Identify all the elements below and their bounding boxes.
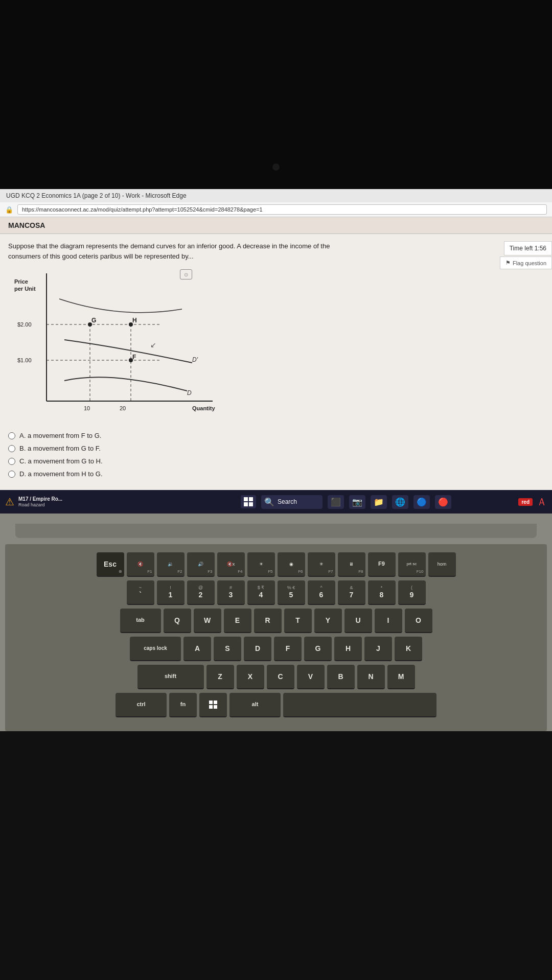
key-g[interactable]: G [304, 637, 332, 661]
key-f[interactable]: F [274, 637, 302, 661]
key-6[interactable]: ^6 [308, 580, 335, 605]
key-4[interactable]: $ ₹4 [247, 580, 275, 605]
key-home[interactable]: hom [428, 552, 456, 577]
key-e[interactable]: E [224, 609, 251, 633]
taskbar-icon-6[interactable]: 🔴 [435, 495, 451, 509]
svg-text:per Unit: per Unit [14, 286, 36, 292]
page-content: MANCOSA Time left 1:56 ⚑ Flag question S… [0, 217, 552, 490]
key-v[interactable]: V [297, 665, 325, 689]
key-q[interactable]: Q [164, 609, 191, 633]
option-a[interactable]: A. a movement from F to G. [8, 432, 544, 439]
key-tilde[interactable]: ~` [127, 580, 154, 605]
key-esc[interactable]: Esc⊗ [97, 552, 124, 577]
svg-rect-22 [244, 497, 248, 501]
radio-d[interactable] [8, 471, 15, 478]
key-c[interactable]: C [267, 665, 294, 689]
function-key-row: Esc⊗ 🔇F1 🔉F2 🔊F3 🔇xF4 ☀F5 ◉F6 ✳F7 🖥F8 F9… [9, 552, 543, 577]
windows-key-icon [209, 701, 217, 709]
svg-rect-25 [249, 502, 253, 506]
key-j[interactable]: J [364, 637, 392, 661]
key-u[interactable]: U [344, 609, 372, 633]
radio-a[interactable] [8, 432, 15, 439]
svg-rect-26 [209, 701, 213, 704]
key-windows[interactable] [199, 693, 227, 717]
key-f4[interactable]: 🔇xF4 [217, 552, 245, 577]
key-capslock[interactable]: caps lock [130, 637, 181, 661]
taskbar-icon-5[interactable]: 🔵 [413, 495, 430, 509]
taskbar-red-badge: red [518, 498, 533, 506]
flag-question-button[interactable]: ⚑ Flag question [500, 256, 552, 269]
question-text: Suppose that the diagram represents the … [8, 241, 356, 261]
taskbar-icon-4[interactable]: 🌐 [392, 495, 408, 509]
mancosa-header: MANCOSA [0, 217, 552, 234]
key-1[interactable]: !1 [157, 580, 185, 605]
key-f3[interactable]: 🔊F3 [187, 552, 215, 577]
svg-text:$1.00: $1.00 [17, 357, 32, 363]
key-f10[interactable]: prt scF10 [398, 552, 426, 577]
search-label: Search [278, 498, 297, 505]
key-2[interactable]: @2 [187, 580, 215, 605]
key-r[interactable]: R [254, 609, 282, 633]
search-button[interactable]: 🔍 Search [261, 495, 323, 509]
option-d-label: D. a movement from H to G. [19, 470, 103, 478]
taskbar-app-info: M17 / Empire Ro... Road hazard [18, 496, 70, 507]
laptop-camera [272, 164, 280, 171]
key-d[interactable]: D [244, 637, 271, 661]
key-x[interactable]: X [237, 665, 264, 689]
svg-rect-27 [214, 701, 217, 704]
key-t[interactable]: T [284, 609, 312, 633]
key-o[interactable]: O [405, 609, 432, 633]
key-7[interactable]: &7 [338, 580, 365, 605]
key-fn[interactable]: fn [169, 693, 197, 717]
option-b[interactable]: B. a movement from G to F. [8, 445, 544, 452]
taskbar-icon-2[interactable]: 📷 [349, 495, 365, 509]
key-f5[interactable]: ☀F5 [247, 552, 275, 577]
option-d[interactable]: D. a movement from H to G. [8, 470, 544, 478]
key-f7[interactable]: ✳F7 [308, 552, 335, 577]
quiz-container: Time left 1:56 ⚑ Flag question Suppose t… [0, 234, 552, 490]
key-8[interactable]: *8 [368, 580, 396, 605]
key-shift-left[interactable]: shift [137, 665, 204, 689]
key-a[interactable]: A [183, 637, 211, 661]
key-f1[interactable]: 🔇F1 [127, 552, 154, 577]
key-f9[interactable]: F9 [368, 552, 396, 577]
windows-start-button[interactable] [241, 495, 256, 508]
key-3[interactable]: #3 [217, 580, 245, 605]
key-b[interactable]: B [327, 665, 355, 689]
key-5[interactable]: % €5 [278, 580, 305, 605]
radio-b[interactable] [8, 445, 15, 452]
key-h[interactable]: H [334, 637, 362, 661]
taskbar-icon-acrobat: Ａ [537, 495, 547, 509]
key-i[interactable]: I [375, 609, 402, 633]
key-s[interactable]: S [214, 637, 241, 661]
address-bar[interactable]: https://mancosaconnect.ac.za/mod/quiz/at… [17, 204, 547, 215]
key-f8[interactable]: 🖥F8 [338, 552, 365, 577]
key-n[interactable]: N [357, 665, 385, 689]
svg-text:↙: ↙ [150, 341, 156, 349]
option-b-label: B. a movement from G to F. [19, 445, 101, 452]
search-icon: 🔍 [264, 497, 274, 507]
key-f6[interactable]: ◉F6 [278, 552, 305, 577]
laptop-bezel-top [0, 0, 552, 189]
option-c[interactable]: C. a movement from G to H. [8, 457, 544, 465]
title-bar: UGD KCQ 2 Economics 1A (page 2 of 10) - … [0, 189, 552, 202]
taskbar-icon-1[interactable]: ⬛ [328, 495, 344, 509]
radio-c[interactable] [8, 458, 15, 465]
key-alt-left[interactable]: alt [229, 693, 281, 717]
key-k[interactable]: K [395, 637, 422, 661]
graph-camera-icon[interactable]: ⊙ [180, 269, 192, 279]
key-w[interactable]: W [194, 609, 221, 633]
key-space[interactable] [283, 693, 436, 717]
flag-label: Flag question [513, 260, 546, 266]
key-z[interactable]: Z [206, 665, 234, 689]
key-m[interactable]: M [387, 665, 415, 689]
key-9[interactable]: (9 [398, 580, 426, 605]
option-a-label: A. a movement from F to G. [19, 432, 101, 439]
key-y[interactable]: Y [314, 609, 342, 633]
taskbar: ⚠ M17 / Empire Ro... Road hazard 🔍 Searc… [0, 490, 552, 514]
key-ctrl-left[interactable]: ctrl [116, 693, 167, 717]
key-f2[interactable]: 🔉F2 [157, 552, 185, 577]
lock-icon: 🔒 [5, 206, 13, 214]
taskbar-icon-3[interactable]: 📁 [371, 495, 387, 509]
key-tab[interactable]: tab [120, 609, 161, 633]
